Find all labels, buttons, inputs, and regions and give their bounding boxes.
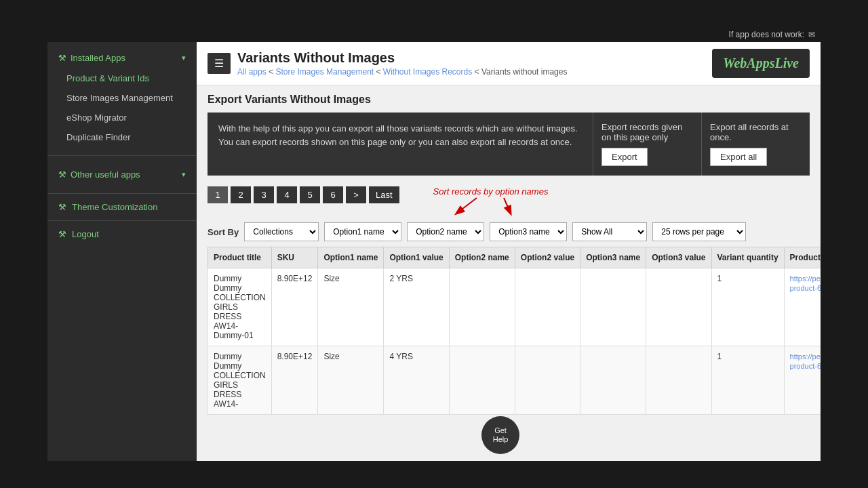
page-btn-4[interactable]: 4 [277, 186, 297, 203]
sort-option1-name[interactable]: Option1 name [324, 222, 401, 241]
col-option3-value: Option3 value [646, 247, 711, 268]
sort-rows-per-page[interactable]: 25 rows per page 50 rows per page 100 ro… [652, 222, 746, 241]
sidebar-theme-customization[interactable]: ⚒ Theme Customization [47, 197, 197, 218]
top-bar: If app does not work: ✉ [47, 27, 821, 42]
sort-by-label: Sort By [208, 227, 239, 237]
col-product-url: Product URL [784, 247, 821, 268]
product-url-link[interactable]: https://perfactshop.myshopify.com/produc… [790, 352, 821, 370]
annotation-arrow [450, 197, 531, 217]
export-section: Export Variants Without Images With the … [197, 85, 821, 184]
cell-0-1: 8.90E+12 [271, 268, 318, 346]
table-wrap: Product title SKU Option1 name Option1 v… [197, 247, 821, 426]
sidebar-item-product-variant-ids[interactable]: Product & Variant Ids [47, 68, 197, 88]
cell-1-4 [449, 346, 515, 415]
breadcrumb-all-apps[interactable]: All apps [237, 67, 267, 77]
cell-1-7 [646, 346, 711, 415]
page-btn-5[interactable]: 5 [300, 186, 320, 203]
sort-option3-name[interactable]: Option3 name [490, 222, 567, 241]
col-product-title: Product title [208, 247, 272, 268]
cell-1-2: Size [318, 346, 384, 415]
export-title: Export Variants Without Images [208, 94, 810, 106]
cell-0-3: 2 YRS [384, 268, 449, 346]
sidebar-logout[interactable]: ⚒ Logout [47, 224, 197, 245]
chevron-down-icon: ▾ [182, 54, 186, 62]
export-all-button[interactable]: Export all [710, 148, 767, 166]
theme-icon: ⚒ [58, 202, 66, 212]
breadcrumb: All apps < Store Images Management < Wit… [237, 67, 567, 77]
cell-0-9: https://perfactshop.myshopify.com/produc… [784, 268, 821, 346]
sidebar-other-apps[interactable]: ⚒ Other useful apps ▾ [47, 164, 197, 185]
export-all-label: Export all records at once. [710, 122, 802, 142]
export-description: With the help of this app you can export… [218, 123, 578, 147]
page-btn-3[interactable]: 3 [254, 186, 274, 203]
export-cards: With the help of this app you can export… [208, 113, 810, 176]
export-card-page: Export records given on this page only E… [593, 113, 701, 176]
page-btn-2[interactable]: 2 [231, 186, 251, 203]
sidebar-item-eshop-migrator[interactable]: eShop Migrator [47, 108, 197, 127]
cell-1-3: 4 YRS [384, 346, 449, 415]
export-card-all: Export all records at once. Export all [701, 113, 810, 176]
page-btn-1[interactable]: 1 [208, 186, 228, 203]
sort-collections[interactable]: Collections [244, 222, 319, 241]
top-bar-text: If app does not work: [729, 30, 804, 39]
col-sku: SKU [271, 247, 318, 268]
logo: WebAppsLive [712, 49, 810, 78]
col-variant-qty: Variant quantity [711, 247, 784, 268]
cell-0-4 [449, 268, 515, 346]
table-row: Dummy Dummy COLLECTION GIRLS DRESS AW14-… [208, 346, 821, 415]
sidebar-installed-apps[interactable]: ⚒ Installed Apps ▾ [47, 47, 197, 68]
svg-line-0 [456, 198, 477, 214]
breadcrumb-without-images[interactable]: Without Images Records [383, 67, 472, 77]
cell-1-0: Dummy Dummy COLLECTION GIRLS DRESS AW14- [208, 346, 272, 415]
pagination: 1 2 3 4 5 6 > Last [208, 186, 399, 203]
installed-apps-label: Installed Apps [71, 53, 125, 63]
other-apps-label: Other useful apps [71, 169, 140, 180]
page-btn-next[interactable]: > [346, 186, 366, 203]
product-url-link[interactable]: https://perfactshop.myshopify.com/produc… [790, 274, 821, 292]
chevron-down-icon-2: ▾ [182, 170, 186, 179]
sidebar-item-store-images[interactable]: Store Images Management [47, 88, 197, 108]
cell-0-2: Size [318, 268, 384, 346]
main-content: ☰ Variants Without Images All apps < Sto… [197, 42, 821, 461]
cell-0-5 [515, 268, 580, 346]
cell-0-0: Dummy Dummy COLLECTION GIRLS DRESS AW14-… [208, 268, 272, 346]
menu-button[interactable]: ☰ [208, 53, 231, 74]
cell-0-8: 1 [711, 268, 784, 346]
sort-row: Sort By Collections Option1 name Option2… [197, 220, 821, 247]
breadcrumb-store-images[interactable]: Store Images Management [275, 67, 374, 77]
export-page-label: Export records given on this page only [601, 122, 693, 142]
cell-1-9: https://perfactshop.myshopify.com/produc… [784, 346, 821, 415]
col-option2-name: Option2 name [449, 247, 515, 268]
breadcrumb-current: Variants without images [481, 67, 568, 77]
apps-icon: ⚒ [58, 53, 66, 63]
table-header-row: Product title SKU Option1 name Option1 v… [208, 247, 821, 268]
export-button[interactable]: Export [601, 148, 648, 166]
other-apps-icon: ⚒ [58, 169, 66, 180]
page-title: Variants Without Images [237, 50, 567, 66]
col-option2-value: Option2 value [515, 247, 580, 268]
export-card-main: With the help of this app you can export… [208, 113, 593, 176]
cell-0-7 [646, 268, 711, 346]
col-option3-name: Option3 name [580, 247, 646, 268]
sidebar-item-duplicate-finder[interactable]: Duplicate Finder [47, 127, 197, 147]
content-header: ☰ Variants Without Images All apps < Sto… [197, 42, 821, 85]
annotation-text: Sort records by option names [433, 186, 549, 197]
logo-accent: Live [774, 56, 799, 70]
table-row: Dummy Dummy COLLECTION GIRLS DRESS AW14-… [208, 268, 821, 346]
logout-icon: ⚒ [58, 229, 66, 239]
page-btn-6[interactable]: 6 [323, 186, 343, 203]
sort-show-all[interactable]: Show All [572, 222, 647, 241]
svg-line-1 [504, 198, 511, 214]
cell-1-6 [580, 346, 646, 415]
sort-option2-name[interactable]: Option2 name [407, 222, 484, 241]
col-option1-value: Option1 value [384, 247, 449, 268]
logo-plain: WebApps [723, 56, 774, 70]
variants-table: Product title SKU Option1 name Option1 v… [208, 247, 821, 415]
email-icon: ✉ [808, 30, 815, 39]
cell-0-6 [580, 268, 646, 346]
sort-annotation: Sort records by option names [433, 186, 549, 217]
get-help-button[interactable]: GetHelp [481, 416, 519, 454]
page-btn-last[interactable]: Last [369, 186, 399, 203]
col-option1-name: Option1 name [318, 247, 384, 268]
cell-1-8: 1 [711, 346, 784, 415]
